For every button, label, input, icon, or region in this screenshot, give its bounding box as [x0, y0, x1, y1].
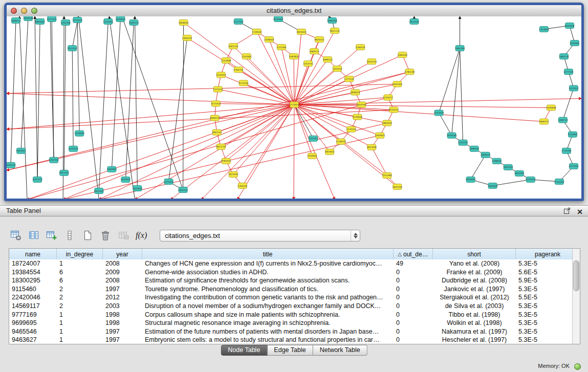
column-header-title[interactable]: title	[142, 249, 394, 259]
graph-edge[interactable]	[63, 104, 294, 199]
close-panel-icon[interactable]: ✕	[577, 208, 583, 215]
graph-edge[interactable]	[7, 93, 294, 104]
graph-edge[interactable]	[135, 16, 137, 188]
table-panel-header: Table Panel ✕	[0, 205, 588, 216]
graph-edge[interactable]	[294, 104, 380, 135]
graph-edge[interactable]	[257, 32, 294, 104]
graph-edge[interactable]	[99, 21, 108, 191]
table-gear-icon[interactable]	[9, 229, 23, 242]
table-row[interactable]: 946362711997Embryonic stem cells: a mode…	[9, 336, 573, 344]
column-header-short[interactable]: short	[433, 249, 516, 259]
network-canvas[interactable]: 1606112194013818043221077415126120817554…	[7, 16, 581, 199]
graph-edge[interactable]	[64, 23, 66, 173]
table-cell: Embryonic stem cells: a model to study s…	[142, 336, 394, 344]
graph-edge[interactable]	[218, 89, 294, 104]
graph-edge[interactable]	[77, 20, 79, 134]
table-row[interactable]: 911546021997Tourette syndrome. Phenomeno…	[9, 285, 573, 294]
table-columns-icon[interactable]	[27, 229, 40, 242]
graph-node-label: 1210876	[353, 116, 362, 118]
graph-node-label: 8306723	[210, 117, 220, 119]
tab-edge-table[interactable]: Edge Table	[267, 345, 313, 356]
scrollbar-thumb[interactable]	[573, 260, 579, 291]
graph-node-label: 1763442	[237, 185, 247, 187]
network-canvas-svg[interactable]: 1606112194013818043221077415126120817554…	[7, 16, 581, 199]
graph-edge[interactable]	[460, 48, 463, 143]
network-window-titlebar[interactable]: citations_edges.txt	[7, 5, 581, 17]
new-table-icon[interactable]	[81, 229, 94, 242]
column-header-pagerank[interactable]: pagerank	[516, 249, 580, 259]
graph-node-label: 1210064	[568, 133, 578, 136]
table-cell: 2	[57, 285, 103, 294]
graph-edge[interactable]	[122, 16, 183, 190]
graph-edge[interactable]	[294, 56, 294, 104]
table-vertical-scrollbar[interactable]	[572, 249, 580, 344]
graph-edge[interactable]	[563, 88, 574, 120]
graph-edge[interactable]	[37, 21, 40, 180]
graph-edge[interactable]	[294, 104, 294, 199]
graph-node-label: 1696434	[469, 147, 479, 150]
graph-edge[interactable]	[439, 113, 452, 136]
row-height-icon[interactable]	[63, 229, 76, 242]
graph-edge[interactable]	[27, 104, 294, 199]
zoom-window-icon[interactable]	[31, 8, 37, 14]
graph-edge[interactable]	[247, 56, 294, 104]
detach-panel-icon[interactable]	[563, 207, 571, 216]
graph-edge[interactable]	[183, 23, 184, 190]
application-window: citations_edges.txt 16061121940138180432…	[0, 0, 588, 372]
column-header-in_degree[interactable]: in_degree	[57, 249, 103, 259]
column-header-name[interactable]: name	[9, 249, 57, 259]
graph-node-label: 1664358	[328, 19, 337, 22]
graph-edge[interactable]	[35, 16, 37, 180]
graph-node-label: 1498042	[492, 160, 502, 162]
table-cell: 1	[57, 259, 103, 268]
graph-edge[interactable]	[21, 18, 28, 151]
table-cell: 9463627	[9, 336, 57, 344]
graph-edge[interactable]	[184, 23, 294, 104]
graph-edge[interactable]	[11, 20, 16, 165]
graph-node-label: 9611742	[330, 30, 340, 32]
table-cell: 5.3E-5	[516, 311, 573, 319]
graph-edge[interactable]	[169, 38, 187, 182]
graph-node-label: 1604943	[488, 185, 497, 187]
graph-node-label: 1610764	[357, 103, 366, 106]
column-header-out_de[interactable]: △out_de…	[394, 249, 433, 259]
graph-edge[interactable]	[112, 19, 120, 169]
graph-edge[interactable]	[372, 147, 387, 176]
graph-edge[interactable]	[294, 104, 351, 129]
table-row[interactable]: 1830029562008Estimation of significance …	[9, 276, 573, 285]
table-row[interactable]: 2242004622012Investigating the contribut…	[9, 293, 573, 302]
function-builder-icon[interactable]: f(x)	[136, 231, 147, 240]
graph-edge[interactable]	[7, 72, 409, 170]
table-row[interactable]: 977716911998Corpus callosum shape and si…	[9, 311, 573, 319]
tab-node-table[interactable]: Node Table	[221, 345, 267, 356]
table-row[interactable]: 1938455462009Genome-wide association stu…	[9, 268, 573, 277]
minimize-window-icon[interactable]	[21, 8, 27, 14]
graph-edge[interactable]	[471, 155, 486, 180]
table-cell: 6	[57, 268, 103, 277]
status-bar: Memory: OK	[0, 360, 588, 372]
graph-node-label: 1154858	[539, 28, 549, 31]
graph-edge[interactable]	[19, 16, 27, 199]
tab-network-table[interactable]: Network Table	[313, 345, 367, 356]
table-source-select[interactable]: citations_edges.txt	[160, 230, 360, 242]
graph-edge[interactable]	[244, 83, 294, 104]
graph-node-label: 9154474	[389, 108, 399, 111]
import-table-icon[interactable]	[117, 229, 130, 242]
table-row[interactable]: 969969511998Structural magnetic resonanc…	[9, 319, 573, 327]
table-cell: Investigating the contribution of common…	[142, 293, 394, 302]
close-window-icon[interactable]	[11, 8, 17, 14]
graph-node-label: 1696115	[323, 58, 333, 61]
graph-edge[interactable]	[294, 104, 372, 147]
table-row[interactable]: 1872400712008Changes of HCN gene express…	[9, 259, 573, 268]
graph-node-label: 1642534	[393, 186, 402, 188]
table-add-column-icon[interactable]	[45, 229, 58, 242]
graph-edge[interactable]	[493, 180, 531, 186]
table-cell: 5.3E-5	[516, 259, 573, 268]
graph-edge[interactable]	[72, 48, 73, 149]
trash-icon[interactable]	[99, 229, 112, 242]
table-row[interactable]: 1456911722003Disruption of a novel membe…	[9, 302, 573, 311]
column-header-year[interactable]: year	[103, 249, 142, 259]
graph-edge[interactable]	[294, 104, 312, 156]
graph-edge[interactable]	[78, 16, 99, 199]
table-row[interactable]: 946554611997Estimation of the future num…	[9, 327, 573, 336]
